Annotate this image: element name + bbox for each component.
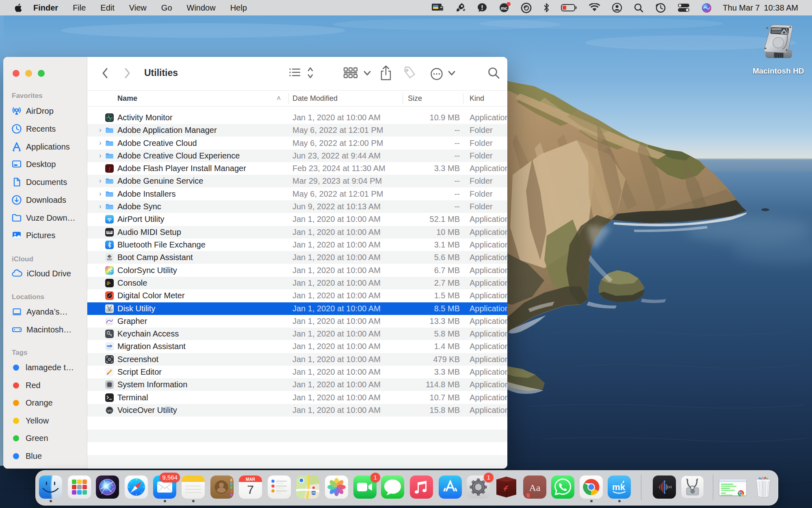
svg-text:MAR: MAR <box>246 477 256 482</box>
svg-text:7: 7 <box>247 483 254 496</box>
svg-text:vo: vo <box>107 408 112 413</box>
svg-text:mk: mk <box>612 482 626 492</box>
svg-text:Aa: Aa <box>529 482 541 493</box>
svg-text:mc: mc <box>501 6 507 11</box>
svg-text:280: 280 <box>312 491 316 494</box>
